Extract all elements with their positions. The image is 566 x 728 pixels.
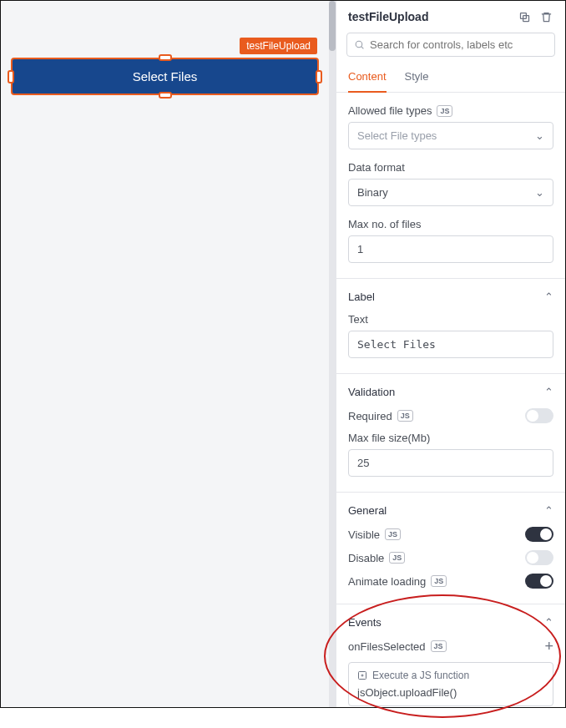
visible-label: Visible bbox=[348, 528, 380, 541]
chevron-up-icon[interactable]: ⌃ bbox=[544, 616, 553, 629]
resize-handle-right[interactable] bbox=[316, 70, 322, 83]
data-format-label: Data format bbox=[348, 161, 405, 174]
js-badge[interactable]: JS bbox=[385, 528, 401, 540]
max-files-input[interactable] bbox=[348, 235, 553, 263]
allowed-file-types-label: Allowed file types bbox=[348, 104, 432, 117]
js-badge[interactable]: JS bbox=[389, 552, 405, 564]
event-handler-label: onFilesSelected bbox=[348, 640, 426, 653]
data-format-select[interactable]: Binary ⌄ bbox=[348, 179, 553, 206]
label-section-heading: Label bbox=[348, 291, 375, 303]
resize-handle-left[interactable] bbox=[8, 70, 14, 83]
search-controls[interactable] bbox=[346, 33, 555, 57]
visible-toggle[interactable] bbox=[525, 527, 553, 542]
search-input[interactable] bbox=[370, 38, 548, 51]
widget-container[interactable]: testFileUpload Select Files bbox=[11, 58, 319, 95]
events-heading: Events bbox=[348, 616, 382, 629]
search-icon bbox=[354, 39, 365, 50]
resize-handle-top[interactable] bbox=[159, 54, 172, 61]
canvas-scrollbar[interactable] bbox=[329, 1, 336, 707]
button-label: Select Files bbox=[133, 69, 198, 83]
event-action-card[interactable]: Execute a JS function jsObject.uploadFil… bbox=[348, 662, 553, 706]
disable-label: Disable bbox=[348, 552, 384, 564]
action-code: jsObject.uploadFile() bbox=[357, 686, 544, 699]
max-size-field[interactable] bbox=[357, 457, 544, 469]
resize-handle-bottom[interactable] bbox=[159, 92, 172, 99]
copy-icon[interactable] bbox=[517, 9, 532, 24]
add-action-button[interactable]: + bbox=[544, 639, 553, 654]
js-badge[interactable]: JS bbox=[397, 410, 413, 422]
animate-label: Animate loading bbox=[348, 575, 426, 588]
js-badge[interactable]: JS bbox=[431, 640, 447, 652]
disable-toggle[interactable] bbox=[525, 550, 553, 565]
chevron-up-icon[interactable]: ⌃ bbox=[544, 504, 553, 517]
file-upload-widget[interactable]: Select Files bbox=[11, 58, 319, 95]
allowed-file-types-select[interactable]: Select File types ⌄ bbox=[348, 122, 553, 149]
label-text-field[interactable] bbox=[357, 338, 544, 351]
chevron-up-icon[interactable]: ⌃ bbox=[544, 386, 553, 398]
max-size-input[interactable] bbox=[348, 449, 553, 477]
validation-heading: Validation bbox=[348, 386, 395, 398]
max-size-label: Max file size(Mb) bbox=[348, 432, 430, 444]
editor-canvas[interactable]: testFileUpload Select Files bbox=[1, 1, 329, 707]
allowed-file-types-placeholder: Select File types bbox=[357, 129, 437, 142]
required-label: Required bbox=[348, 410, 392, 422]
widget-name-badge[interactable]: testFileUpload bbox=[240, 38, 317, 54]
tab-content[interactable]: Content bbox=[348, 63, 387, 93]
animate-toggle[interactable] bbox=[525, 574, 553, 589]
chevron-up-icon[interactable]: ⌃ bbox=[544, 291, 553, 303]
action-type: Execute a JS function bbox=[372, 670, 469, 681]
max-files-field[interactable] bbox=[357, 243, 544, 255]
chevron-down-icon: ⌄ bbox=[535, 129, 544, 142]
property-panel: testFileUpload Content Style Allowed fil… bbox=[336, 1, 565, 707]
tab-style[interactable]: Style bbox=[405, 63, 429, 92]
svg-point-2 bbox=[356, 41, 362, 48]
data-format-value: Binary bbox=[357, 186, 388, 199]
max-files-label: Max no. of files bbox=[348, 218, 421, 230]
required-toggle[interactable] bbox=[525, 408, 553, 423]
function-icon bbox=[357, 670, 367, 680]
scrollbar-thumb[interactable] bbox=[329, 1, 336, 51]
label-text-label: Text bbox=[348, 313, 368, 326]
delete-icon[interactable] bbox=[538, 9, 553, 24]
chevron-down-icon: ⌄ bbox=[535, 186, 544, 199]
label-text-input[interactable] bbox=[348, 331, 553, 358]
js-badge[interactable]: JS bbox=[431, 575, 447, 587]
js-badge[interactable]: JS bbox=[437, 105, 452, 117]
panel-title: testFileUpload bbox=[348, 10, 510, 23]
general-heading: General bbox=[348, 504, 387, 517]
svg-line-3 bbox=[361, 47, 364, 49]
